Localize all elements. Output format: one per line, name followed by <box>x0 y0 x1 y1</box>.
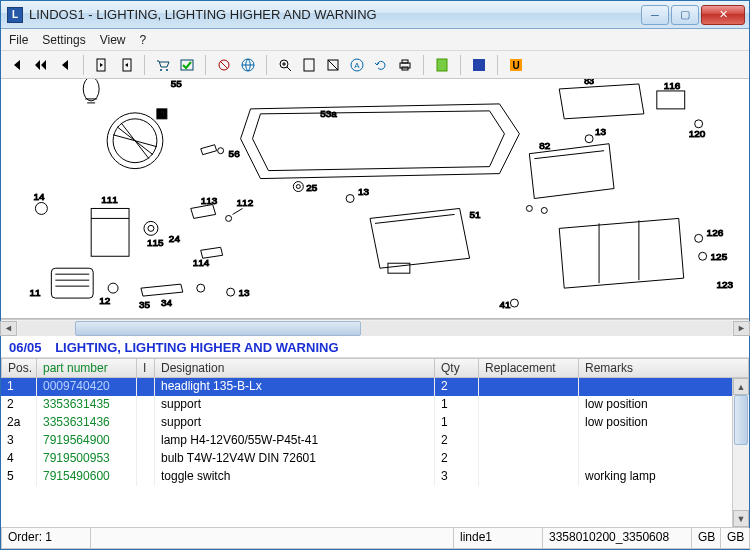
note-button[interactable] <box>432 55 452 75</box>
table-row[interactable]: 2a3353631436support1low position <box>1 414 749 432</box>
cell-rep <box>479 432 579 450</box>
window-buttons: ─ ▢ ✕ <box>641 5 745 25</box>
svg-text:53a: 53a <box>320 108 337 119</box>
cell-rep <box>479 378 579 396</box>
svg-point-72 <box>541 207 547 213</box>
table-row[interactable]: 37919564900lamp H4-12V60/55W-P45t-412 <box>1 432 749 450</box>
cell-pn: 7915490600 <box>37 468 137 486</box>
svg-point-48 <box>35 202 47 214</box>
svg-text:83: 83 <box>584 79 594 86</box>
check-button[interactable] <box>177 55 197 75</box>
refresh-button[interactable] <box>371 55 391 75</box>
grid-body[interactable]: 10009740420headlight 135-B-Lx22335363143… <box>1 378 749 527</box>
svg-point-31 <box>346 195 354 203</box>
doc-right-button[interactable] <box>116 55 136 75</box>
cell-rep <box>479 396 579 414</box>
maximize-button[interactable]: ▢ <box>671 5 699 25</box>
col-remarks[interactable]: Remarks <box>579 358 749 378</box>
minimize-button[interactable]: ─ <box>641 5 669 25</box>
svg-text:51: 51 <box>470 209 482 220</box>
menu-view[interactable]: View <box>100 33 126 47</box>
svg-text:125: 125 <box>711 251 728 262</box>
cell-rem: working lamp <box>579 468 749 486</box>
cell-qty: 1 <box>435 396 479 414</box>
highlight-button[interactable]: U <box>506 55 526 75</box>
scroll-left-button[interactable]: ◄ <box>0 321 17 336</box>
svg-text:12: 12 <box>99 295 111 306</box>
table-row[interactable]: 47919500953bulb T4W-12V4W DIN 726012 <box>1 450 749 468</box>
svg-text:126: 126 <box>707 227 724 238</box>
fit-page-button[interactable] <box>299 55 319 75</box>
cell-qty: 3 <box>435 468 479 486</box>
scroll-up-button[interactable]: ▲ <box>733 378 749 395</box>
cell-qty: 2 <box>435 432 479 450</box>
col-qty[interactable]: Qty <box>435 358 479 378</box>
cell-des: support <box>155 396 435 414</box>
col-partnumber[interactable]: part number <box>37 358 137 378</box>
cell-rem <box>579 378 749 396</box>
diagram-h-scrollbar[interactable]: ◄ ► <box>1 319 749 336</box>
scroll-down-button[interactable]: ▼ <box>733 510 749 527</box>
first-button[interactable] <box>7 55 27 75</box>
svg-point-45 <box>699 252 707 260</box>
col-pos[interactable]: Pos. <box>1 358 37 378</box>
cell-des: headlight 135-B-Lx <box>155 378 435 396</box>
app-window: L LINDOS1 - LIGHTING, LIGHTING HIGHER AN… <box>0 0 750 550</box>
svg-text:1: 1 <box>160 108 166 119</box>
cell-qty: 1 <box>435 414 479 432</box>
cell-pos: 2 <box>1 396 37 414</box>
svg-point-23 <box>83 79 99 101</box>
print-button[interactable] <box>395 55 415 75</box>
doc-left-button[interactable] <box>92 55 112 75</box>
flag-button[interactable] <box>469 55 489 75</box>
svg-rect-39 <box>657 91 685 109</box>
col-designation[interactable]: Designation <box>155 358 435 378</box>
scroll-thumb[interactable] <box>75 321 361 336</box>
svg-text:13: 13 <box>239 287 251 298</box>
cell-qty: 2 <box>435 450 479 468</box>
section-header: 06/05 LIGHTING, LIGHTING HIGHER AND WARN… <box>1 336 749 357</box>
svg-rect-8 <box>304 59 314 71</box>
svg-text:120: 120 <box>689 128 706 139</box>
cell-rep <box>479 450 579 468</box>
menu-settings[interactable]: Settings <box>42 33 85 47</box>
globe-button[interactable] <box>238 55 258 75</box>
svg-point-52 <box>144 221 158 235</box>
diagram-view[interactable]: 1 53a 55 56 25 13 51 82 13 <box>1 79 749 319</box>
scroll-right-button[interactable]: ► <box>733 321 750 336</box>
svg-text:13: 13 <box>595 126 607 137</box>
annotate-button[interactable]: A <box>347 55 367 75</box>
cell-rem <box>579 450 749 468</box>
svg-rect-15 <box>437 59 447 71</box>
svg-point-2 <box>160 69 162 71</box>
grid-v-scrollbar[interactable]: ▲ ▼ <box>732 378 749 527</box>
col-i[interactable]: I <box>137 358 155 378</box>
rotate-button[interactable] <box>323 55 343 75</box>
svg-point-29 <box>296 185 300 189</box>
cell-pos: 3 <box>1 432 37 450</box>
cell-rem: low position <box>579 414 749 432</box>
parts-grid: Pos. part number I Designation Qty Repla… <box>1 357 749 527</box>
svg-text:13: 13 <box>358 186 370 197</box>
cell-i <box>137 396 155 414</box>
zoom-in-button[interactable] <box>275 55 295 75</box>
table-row[interactable]: 23353631435support1low position <box>1 396 749 414</box>
table-row[interactable]: 57915490600toggle switch3working lamp <box>1 468 749 486</box>
cart-button[interactable] <box>153 55 173 75</box>
prev-button[interactable] <box>55 55 75 75</box>
section-title: LIGHTING, LIGHTING HIGHER AND WARNING <box>55 340 338 355</box>
rewind-button[interactable] <box>31 55 51 75</box>
cell-pn: 3353631436 <box>37 414 137 432</box>
svg-point-62 <box>108 283 118 293</box>
menu-file[interactable]: File <box>9 33 28 47</box>
close-button[interactable]: ✕ <box>701 5 745 25</box>
svg-rect-13 <box>402 60 408 63</box>
status-code: 3358010200_3350608 <box>542 528 692 549</box>
scroll-vthumb[interactable] <box>734 395 748 445</box>
window-title: LINDOS1 - LIGHTING, LIGHTING HIGHER AND … <box>29 7 641 22</box>
table-row[interactable]: 10009740420headlight 135-B-Lx2 <box>1 378 749 396</box>
col-replacement[interactable]: Replacement <box>479 358 579 378</box>
menu-help[interactable]: ? <box>140 33 147 47</box>
cell-i <box>137 414 155 432</box>
no-target-button[interactable] <box>214 55 234 75</box>
